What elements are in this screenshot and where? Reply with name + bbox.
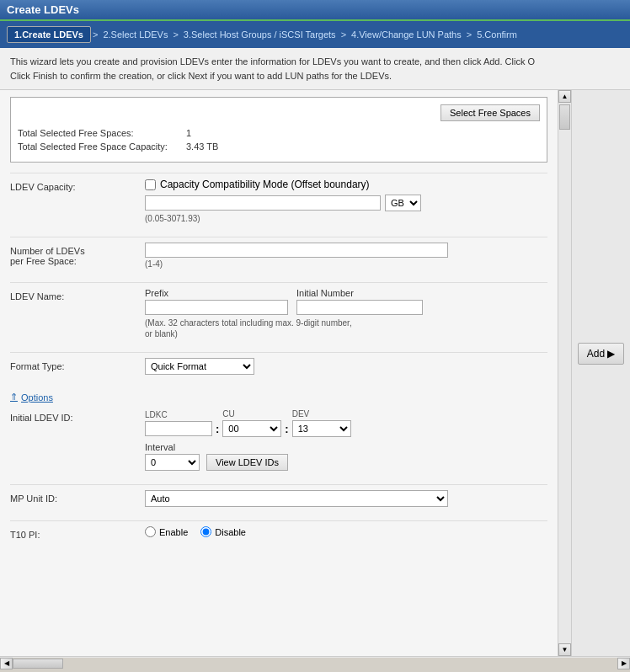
initial-number-label: Initial Number [296, 288, 423, 298]
total-selected-row: Total Selected Free Spaces: 1 [18, 128, 540, 138]
scroll-up-button[interactable]: ▲ [558, 90, 571, 103]
ldev-name-label: LDEV Name: [10, 288, 145, 301]
wizard-step-3[interactable]: 3.Select Host Groups / iSCSI Targets [180, 27, 339, 42]
capacity-unit-select[interactable]: GB TB MB [385, 195, 421, 211]
initial-ldev-id-section: Initial LDEV ID: LDKC 00 : CU [10, 409, 547, 476]
description-line2: Click Finish to confirm the creation, or… [10, 71, 392, 81]
capacity-input-row: 878 GB TB MB [145, 195, 547, 211]
prefix-group: Prefix LOG_Pool [145, 288, 288, 315]
dialog-title: Create LDEVs [7, 3, 79, 16]
wizard-step-5[interactable]: 5.Confirm [473, 27, 521, 42]
scroll-thumb[interactable] [559, 104, 570, 130]
ldev-id-fields-row: LDKC 00 : CU 00 01 02 [145, 409, 547, 437]
view-ldev-ids-button[interactable]: View LDEV IDs [206, 454, 288, 471]
t10-pi-radio-group: Enable Disable [145, 526, 547, 537]
format-type-label: Format Type: [10, 358, 145, 371]
dev-col: DEV 13 14 15 16 [292, 409, 351, 437]
initial-number-input[interactable]: 1 [296, 300, 423, 315]
title-bar: Create LDEVs [0, 0, 630, 21]
interval-select[interactable]: 0 1 2 4 [145, 454, 200, 471]
initial-ldev-id-row: Initial LDEV ID: LDKC 00 : CU [10, 409, 547, 476]
t10-disable-radio[interactable] [200, 526, 211, 537]
capacity-mode-checkbox[interactable] [145, 179, 156, 190]
options-label: Options [21, 392, 53, 403]
mp-unit-id-controls: Auto MP0 MP1 [145, 490, 547, 507]
add-button[interactable]: Add ▶ [578, 343, 624, 365]
ldkc-label: LDKC [145, 410, 168, 419]
wizard-step-1[interactable]: 1.Create LDEVs [7, 26, 91, 43]
total-capacity-row: Total Selected Free Space Capacity: 3.43… [18, 141, 540, 152]
step-arrow-4: > [467, 29, 472, 40]
scroll-right-button[interactable]: ▶ [617, 658, 630, 669]
vertical-scrollbar: ▲ ▼ [558, 90, 571, 656]
total-capacity-value: 3.43 TB [186, 141, 218, 152]
horizontal-scrollbar: ◀ ▶ [0, 656, 630, 669]
t10-enable-item: Enable [145, 526, 188, 537]
scroll-left-button[interactable]: ◀ [0, 658, 13, 669]
select-free-spaces-button[interactable]: Select Free Spaces [440, 104, 540, 121]
t10-disable-label: Disable [215, 527, 246, 537]
mp-unit-id-select[interactable]: Auto MP0 MP1 [145, 490, 448, 507]
options-section: ⇑ Options Initial LDEV ID: LDKC 00 [10, 388, 547, 560]
free-spaces-box: Select Free Spaces Total Selected Free S… [10, 97, 547, 163]
content-panel: Select Free Spaces Total Selected Free S… [0, 90, 558, 656]
t10-enable-radio[interactable] [145, 526, 156, 537]
scroll-down-button[interactable]: ▼ [558, 643, 571, 656]
ldev-name-hint: (Max. 32 characters total including max.… [145, 318, 547, 328]
prefix-input[interactable]: LOG_Pool [145, 300, 288, 315]
description-line1: This wizard lets you create and provisio… [10, 56, 535, 67]
prefix-label: Prefix [145, 288, 288, 298]
dev-select[interactable]: 13 14 15 16 [292, 420, 351, 437]
total-selected-label: Total Selected Free Spaces: [18, 128, 186, 138]
capacity-hint: (0.05-3071.93) [145, 214, 547, 223]
cu-select[interactable]: 00 01 02 03 [222, 420, 281, 437]
colon-1: : [216, 411, 219, 435]
options-toggle[interactable]: ⇑ Options [10, 392, 547, 403]
num-ldevs-input[interactable]: 4 [145, 243, 448, 258]
format-select-row: Quick Format Normal Format No Format [145, 358, 547, 375]
scroll-area: Select Free Spaces Total Selected Free S… [0, 90, 571, 656]
step-arrow-2: > [173, 29, 178, 40]
format-type-controls: Quick Format Normal Format No Format [145, 358, 547, 375]
ldev-capacity-row: LDEV Capacity: Capacity Compatibility Mo… [10, 173, 547, 228]
mp-unit-id-label: MP Unit ID: [10, 490, 145, 504]
format-type-select[interactable]: Quick Format Normal Format No Format [145, 358, 254, 375]
step-arrow-3: > [341, 29, 346, 40]
wizard-steps: 1.Create LDEVs > 2.Select LDEVs > 3.Sele… [0, 21, 630, 48]
wizard-step-2[interactable]: 2.Select LDEVs [99, 27, 171, 42]
t10-pi-label: T10 PI: [10, 526, 145, 540]
dev-label: DEV [292, 409, 310, 419]
capacity-value-input[interactable]: 878 [145, 195, 381, 211]
num-ldevs-controls: 4 (1-4) [145, 243, 547, 269]
ldkc-col: LDKC 00 [145, 410, 212, 436]
interval-controls: 0 1 2 4 View LDEV IDs [145, 454, 547, 471]
interval-row: Interval 0 1 2 4 View LDEV IDs [145, 442, 547, 471]
initial-ldev-id-controls: LDKC 00 : CU 00 01 02 [145, 409, 547, 471]
add-button-label: Add [587, 348, 605, 360]
initial-group: Initial Number 1 [296, 288, 423, 315]
colon-2: : [285, 411, 288, 435]
initial-ldev-id-label: Initial LDEV ID: [10, 409, 145, 423]
add-button-panel: Add ▶ [571, 90, 630, 656]
num-ldevs-row: Number of LDEVs per Free Space: 4 (1-4) [10, 237, 547, 274]
h-scroll-thumb[interactable] [13, 659, 63, 669]
num-ldevs-hint: (1-4) [145, 259, 547, 269]
t10-enable-label: Enable [159, 527, 188, 537]
t10-disable-item: Disable [200, 526, 246, 537]
t10-pi-row: T10 PI: Enable Disable [10, 520, 547, 545]
ldev-capacity-controls: Capacity Compatibility Mode (Offset boun… [145, 179, 547, 223]
format-type-row: Format Type: Quick Format Normal Format … [10, 352, 547, 380]
mp-unit-id-row: MP Unit ID: Auto MP0 MP1 [10, 484, 547, 512]
add-arrow-icon: ▶ [607, 348, 615, 360]
interval-label: Interval [145, 442, 547, 452]
ldkc-input[interactable]: 00 [145, 421, 212, 436]
cu-label: CU [222, 409, 234, 419]
ldev-capacity-label: LDEV Capacity: [10, 179, 145, 192]
free-spaces-header: Select Free Spaces [18, 104, 540, 121]
total-capacity-label: Total Selected Free Space Capacity: [18, 141, 186, 152]
capacity-mode-row: Capacity Compatibility Mode (Offset boun… [145, 179, 547, 190]
cu-col: CU 00 01 02 03 [222, 409, 281, 437]
wizard-step-4[interactable]: 4.View/Change LUN Paths [348, 27, 465, 42]
total-selected-value: 1 [186, 128, 191, 138]
description-area: This wizard lets you create and provisio… [0, 48, 630, 90]
